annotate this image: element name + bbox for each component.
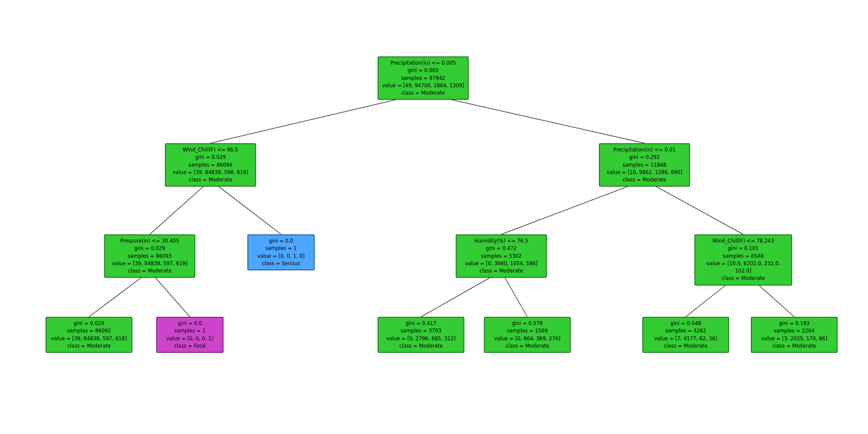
svg-line-2 [150,180,210,234]
node-rr2: Wind_Chill(F) <= 78.243gini = 0.101sampl… [694,234,792,286]
svg-line-6 [89,271,150,317]
svg-line-9 [501,271,527,317]
node-llr3: gini = 0.0samples = 1value = [0, 0, 0, 1… [156,317,224,353]
node-rl2: Humidity(%) <= 76.5gini = 0.472samples =… [456,234,547,278]
node-rll3: gini = 0.417samples = 3793value = [0, 27… [378,317,464,353]
node-ll2: Pressure(in) <= 30.405gini = 0.029sample… [104,234,195,278]
svg-line-0 [210,93,423,143]
node-lll3: gini = 0.029samples = 86092value = [39, … [46,317,132,353]
svg-line-7 [150,271,190,317]
svg-line-5 [644,180,743,234]
node-rrr3: gini = 0.193samples = 2264value = [3, 20… [751,317,838,353]
node-l1: Wind_Chill(F) <= 96.5gini = 0.029samples… [165,143,256,187]
node-rlr3: gini = 0.579samples = 1509value = [0, 86… [484,317,571,353]
svg-line-8 [421,271,501,317]
node-r1: Precipitation(in) <= 0.01gini = 0.292sam… [599,143,690,187]
svg-line-1 [423,93,644,143]
node-lr2: gini = 0.0samples = 1value = [0, 0, 1, 0… [247,234,315,270]
page-title [0,0,868,17]
svg-line-4 [501,180,644,234]
svg-line-3 [210,180,281,234]
tree-area: Precipitation(in) <= 0.005gini = 0.065sa… [0,48,868,425]
node-root: Precipitation(in) <= 0.005gini = 0.065sa… [378,56,469,100]
node-rrl3: gini = 0.048samples = 4282value = [7, 41… [642,317,729,353]
main-container: Precipitation(in) <= 0.005gini = 0.065sa… [0,0,868,434]
